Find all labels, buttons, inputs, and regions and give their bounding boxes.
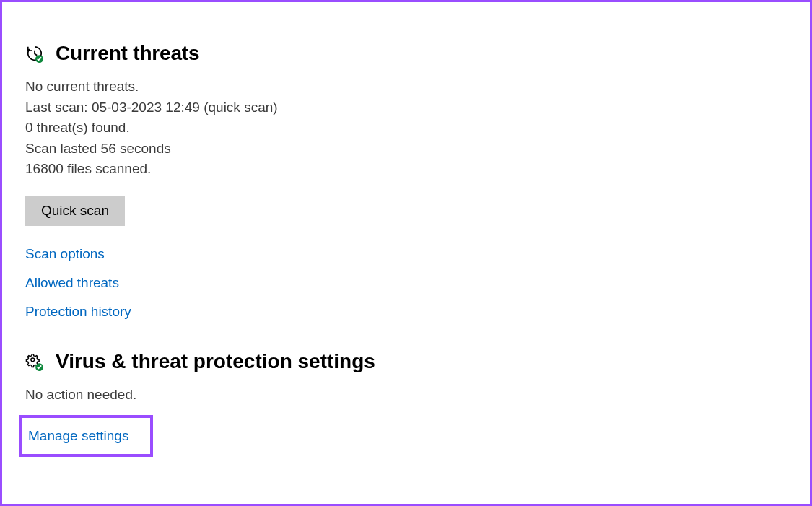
svg-point-1 bbox=[31, 357, 35, 361]
settings-gear-icon bbox=[25, 352, 45, 371]
protection-settings-section: Virus & threat protection settings No ac… bbox=[25, 350, 810, 458]
quick-scan-button[interactable]: Quick scan bbox=[25, 196, 125, 226]
protection-settings-header: Virus & threat protection settings bbox=[25, 350, 810, 373]
files-scanned-text: 16800 files scanned. bbox=[25, 159, 810, 180]
scan-options-link[interactable]: Scan options bbox=[25, 246, 105, 262]
last-scan-text: Last scan: 05-03-2023 12:49 (quick scan) bbox=[25, 97, 810, 118]
scan-history-icon bbox=[25, 44, 45, 63]
current-threats-header: Current threats bbox=[25, 42, 810, 65]
threats-found-text: 0 threat(s) found. bbox=[25, 118, 810, 139]
no-current-threats-text: No current threats. bbox=[25, 77, 810, 97]
manage-settings-highlight: Manage settings bbox=[19, 415, 153, 457]
settings-status-text: No action needed. bbox=[25, 385, 810, 406]
protection-history-link[interactable]: Protection history bbox=[25, 304, 131, 320]
threat-status-block: No current threats. Last scan: 05-03-202… bbox=[25, 77, 810, 180]
threat-links: Scan options Allowed threats Protection … bbox=[25, 246, 810, 320]
manage-settings-link[interactable]: Manage settings bbox=[28, 428, 128, 444]
allowed-threats-link[interactable]: Allowed threats bbox=[25, 275, 119, 291]
scan-duration-text: Scan lasted 56 seconds bbox=[25, 139, 810, 160]
protection-settings-title: Virus & threat protection settings bbox=[56, 350, 375, 373]
current-threats-title: Current threats bbox=[56, 42, 199, 65]
